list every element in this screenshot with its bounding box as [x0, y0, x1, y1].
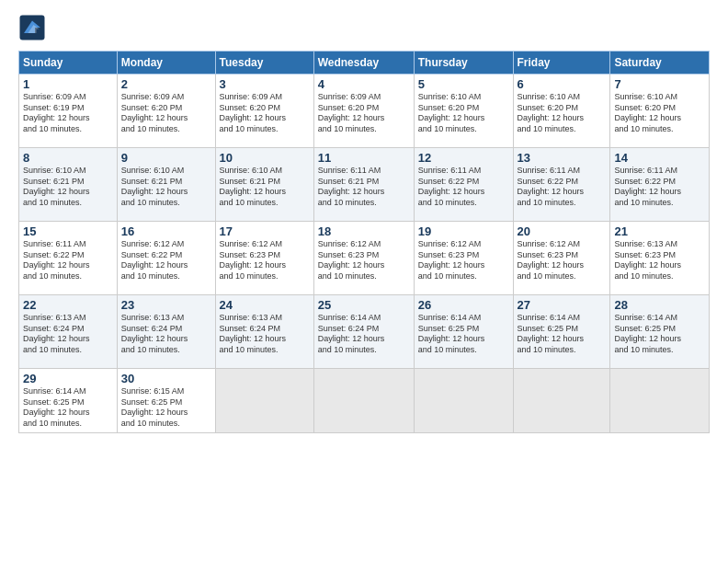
day-info: Sunrise: 6:13 AMSunset: 6:24 PMDaylight:…	[220, 313, 310, 356]
day-info: Sunrise: 6:14 AMSunset: 6:24 PMDaylight:…	[318, 313, 410, 356]
day-number: 19	[418, 224, 509, 238]
day-number: 30	[121, 372, 211, 385]
day-info: Sunrise: 6:09 AMSunset: 6:20 PMDaylight:…	[121, 92, 211, 135]
calendar-cell: 26Sunrise: 6:14 AMSunset: 6:25 PMDayligh…	[414, 295, 513, 369]
calendar-header-row: SundayMondayTuesdayWednesdayThursdayFrid…	[19, 52, 710, 75]
day-number: 21	[614, 224, 705, 238]
calendar-cell: 19Sunrise: 6:12 AMSunset: 6:23 PMDayligh…	[414, 222, 513, 295]
calendar-cell: 4Sunrise: 6:09 AMSunset: 6:20 PMDaylight…	[313, 75, 414, 148]
day-info: Sunrise: 6:10 AMSunset: 6:20 PMDaylight:…	[418, 92, 509, 135]
day-info: Sunrise: 6:11 AMSunset: 6:22 PMDaylight:…	[23, 239, 113, 282]
logo-icon	[18, 14, 46, 41]
calendar-cell: 28Sunrise: 6:14 AMSunset: 6:25 PMDayligh…	[610, 295, 710, 369]
day-info: Sunrise: 6:13 AMSunset: 6:24 PMDaylight:…	[23, 313, 113, 356]
calendar-cell: 30Sunrise: 6:15 AMSunset: 6:25 PMDayligh…	[117, 369, 215, 433]
calendar-cell: 18Sunrise: 6:12 AMSunset: 6:23 PMDayligh…	[313, 222, 414, 295]
calendar-cell: 14Sunrise: 6:11 AMSunset: 6:22 PMDayligh…	[610, 148, 710, 222]
calendar-cell: 11Sunrise: 6:11 AMSunset: 6:21 PMDayligh…	[313, 148, 414, 222]
day-info: Sunrise: 6:13 AMSunset: 6:23 PMDaylight:…	[614, 239, 705, 282]
day-info: Sunrise: 6:11 AMSunset: 6:21 PMDaylight:…	[318, 166, 410, 209]
calendar-cell: 2Sunrise: 6:09 AMSunset: 6:20 PMDaylight…	[117, 75, 215, 148]
day-info: Sunrise: 6:13 AMSunset: 6:24 PMDaylight:…	[121, 313, 211, 356]
day-info: Sunrise: 6:10 AMSunset: 6:20 PMDaylight:…	[518, 92, 607, 135]
calendar-table: SundayMondayTuesdayWednesdayThursdayFrid…	[18, 51, 710, 433]
calendar-cell: 10Sunrise: 6:10 AMSunset: 6:21 PMDayligh…	[215, 148, 313, 222]
calendar-cell: 17Sunrise: 6:12 AMSunset: 6:23 PMDayligh…	[215, 222, 313, 295]
day-number: 1	[23, 77, 113, 91]
day-number: 14	[614, 151, 705, 165]
header-day-wednesday: Wednesday	[313, 52, 414, 75]
day-number: 28	[614, 298, 705, 312]
day-info: Sunrise: 6:10 AMSunset: 6:21 PMDaylight:…	[121, 166, 211, 209]
day-number: 23	[121, 298, 211, 312]
day-number: 25	[318, 298, 410, 312]
day-number: 4	[318, 77, 410, 91]
day-info: Sunrise: 6:09 AMSunset: 6:20 PMDaylight:…	[220, 92, 310, 135]
calendar-week-1: 1Sunrise: 6:09 AMSunset: 6:19 PMDaylight…	[19, 75, 710, 148]
day-info: Sunrise: 6:12 AMSunset: 6:23 PMDaylight:…	[518, 239, 607, 282]
calendar-cell: 7Sunrise: 6:10 AMSunset: 6:20 PMDaylight…	[610, 75, 710, 148]
day-info: Sunrise: 6:10 AMSunset: 6:20 PMDaylight:…	[614, 92, 705, 135]
calendar-cell: 23Sunrise: 6:13 AMSunset: 6:24 PMDayligh…	[117, 295, 215, 369]
calendar-cell: 27Sunrise: 6:14 AMSunset: 6:25 PMDayligh…	[513, 295, 610, 369]
day-info: Sunrise: 6:14 AMSunset: 6:25 PMDaylight:…	[418, 313, 509, 356]
day-info: Sunrise: 6:14 AMSunset: 6:25 PMDaylight:…	[518, 313, 607, 356]
day-info: Sunrise: 6:11 AMSunset: 6:22 PMDaylight:…	[518, 166, 607, 209]
day-number: 16	[121, 224, 211, 238]
day-number: 29	[23, 372, 113, 385]
day-info: Sunrise: 6:12 AMSunset: 6:23 PMDaylight:…	[418, 239, 509, 282]
day-info: Sunrise: 6:11 AMSunset: 6:22 PMDaylight:…	[614, 166, 705, 209]
day-number: 12	[418, 151, 509, 165]
day-number: 9	[121, 151, 211, 165]
calendar-cell: 29Sunrise: 6:14 AMSunset: 6:25 PMDayligh…	[19, 369, 118, 433]
calendar-cell: 12Sunrise: 6:11 AMSunset: 6:22 PMDayligh…	[414, 148, 513, 222]
calendar-cell: 13Sunrise: 6:11 AMSunset: 6:22 PMDayligh…	[513, 148, 610, 222]
day-info: Sunrise: 6:12 AMSunset: 6:23 PMDaylight:…	[220, 239, 310, 282]
header-day-tuesday: Tuesday	[215, 52, 313, 75]
header-day-saturday: Saturday	[610, 52, 710, 75]
day-number: 27	[518, 298, 607, 312]
calendar-cell: 15Sunrise: 6:11 AMSunset: 6:22 PMDayligh…	[19, 222, 118, 295]
day-number: 8	[23, 151, 113, 165]
header	[18, 14, 710, 41]
day-info: Sunrise: 6:12 AMSunset: 6:23 PMDaylight:…	[318, 239, 410, 282]
calendar-week-2: 8Sunrise: 6:10 AMSunset: 6:21 PMDaylight…	[19, 148, 710, 222]
day-number: 3	[220, 77, 310, 91]
calendar-cell: 6Sunrise: 6:10 AMSunset: 6:20 PMDaylight…	[513, 75, 610, 148]
calendar-cell: 22Sunrise: 6:13 AMSunset: 6:24 PMDayligh…	[19, 295, 118, 369]
calendar-cell	[513, 369, 610, 433]
calendar-cell: 5Sunrise: 6:10 AMSunset: 6:20 PMDaylight…	[414, 75, 513, 148]
day-info: Sunrise: 6:09 AMSunset: 6:19 PMDaylight:…	[23, 92, 113, 135]
day-info: Sunrise: 6:12 AMSunset: 6:22 PMDaylight:…	[121, 239, 211, 282]
calendar-cell: 9Sunrise: 6:10 AMSunset: 6:21 PMDaylight…	[117, 148, 215, 222]
header-day-friday: Friday	[513, 52, 610, 75]
day-number: 13	[518, 151, 607, 165]
header-day-monday: Monday	[117, 52, 215, 75]
day-info: Sunrise: 6:10 AMSunset: 6:21 PMDaylight:…	[23, 166, 113, 209]
day-number: 5	[418, 77, 509, 91]
logo	[18, 14, 50, 41]
day-info: Sunrise: 6:10 AMSunset: 6:21 PMDaylight:…	[220, 166, 310, 209]
day-number: 2	[121, 77, 211, 91]
calendar-cell: 20Sunrise: 6:12 AMSunset: 6:23 PMDayligh…	[513, 222, 610, 295]
day-number: 10	[220, 151, 310, 165]
calendar-cell	[414, 369, 513, 433]
header-day-thursday: Thursday	[414, 52, 513, 75]
calendar-cell	[215, 369, 313, 433]
day-number: 11	[318, 151, 410, 165]
calendar-cell: 21Sunrise: 6:13 AMSunset: 6:23 PMDayligh…	[610, 222, 710, 295]
day-info: Sunrise: 6:15 AMSunset: 6:25 PMDaylight:…	[121, 386, 211, 430]
header-day-sunday: Sunday	[19, 52, 118, 75]
day-number: 18	[318, 224, 410, 238]
calendar-cell: 24Sunrise: 6:13 AMSunset: 6:24 PMDayligh…	[215, 295, 313, 369]
calendar-week-5: 29Sunrise: 6:14 AMSunset: 6:25 PMDayligh…	[19, 369, 710, 433]
day-number: 24	[220, 298, 310, 312]
calendar-week-4: 22Sunrise: 6:13 AMSunset: 6:24 PMDayligh…	[19, 295, 710, 369]
day-info: Sunrise: 6:14 AMSunset: 6:25 PMDaylight:…	[614, 313, 705, 356]
calendar-page: SundayMondayTuesdayWednesdayThursdayFrid…	[0, 0, 728, 563]
day-number: 20	[518, 224, 607, 238]
day-number: 17	[220, 224, 310, 238]
day-number: 22	[23, 298, 113, 312]
calendar-week-3: 15Sunrise: 6:11 AMSunset: 6:22 PMDayligh…	[19, 222, 710, 295]
calendar-cell: 16Sunrise: 6:12 AMSunset: 6:22 PMDayligh…	[117, 222, 215, 295]
